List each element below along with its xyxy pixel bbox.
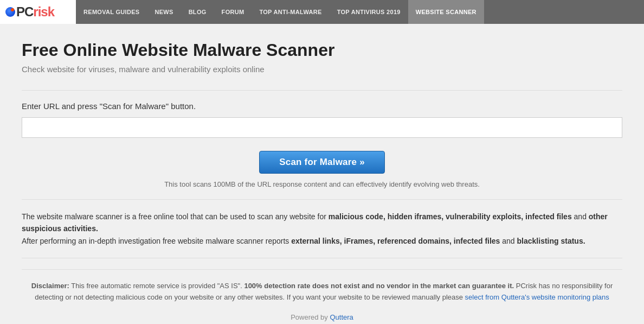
- nav-item-news[interactable]: NEWS: [147, 0, 181, 24]
- main-content: Free Online Website Malware Scanner Chec…: [0, 24, 644, 324]
- logo-text: PCrisk: [16, 4, 54, 20]
- nav-item-top-anti-malware[interactable]: TOP ANTI-MALWARE: [252, 0, 329, 24]
- nav-item-removal-guides[interactable]: REMOVAL GUIDES: [76, 0, 147, 24]
- tool-info-text: This tool scans 100MB of the URL respons…: [22, 180, 622, 188]
- logo-icon: [5, 7, 15, 17]
- nav-item-top-antivirus[interactable]: TOP ANTIVIRUS 2019: [330, 0, 408, 24]
- scan-for-malware-button[interactable]: Scan for Malware »: [259, 151, 385, 174]
- instruction-text: Enter URL and press "Scan for Malware" b…: [22, 101, 622, 111]
- logo[interactable]: PCrisk: [0, 0, 76, 24]
- powered-by: Powered by Quttera: [22, 313, 622, 321]
- divider-mid: [22, 199, 622, 200]
- quttera-link[interactable]: Quttera: [330, 313, 353, 321]
- nav-item-forum[interactable]: FORUM: [214, 0, 252, 24]
- navigation: PCrisk REMOVAL GUIDES NEWS BLOG FORUM TO…: [0, 0, 644, 24]
- nav-item-website-scanner[interactable]: WEBSITE SCANNER: [408, 0, 484, 24]
- url-input[interactable]: [22, 117, 622, 138]
- divider-bottom: [22, 258, 622, 258]
- nav-items: REMOVAL GUIDES NEWS BLOG FORUM TOP ANTI-…: [76, 0, 484, 24]
- page-title: Free Online Website Malware Scanner: [22, 40, 622, 60]
- divider-top: [22, 90, 622, 91]
- disclaimer-text: Disclaimer: This free automatic remote s…: [22, 281, 622, 303]
- disclaimer-block: Disclaimer: This free automatic remote s…: [22, 269, 622, 303]
- scan-button-wrapper: Scan for Malware »: [22, 151, 622, 174]
- nav-item-blog[interactable]: BLOG: [181, 0, 214, 24]
- description-text: The website malware scanner is a free on…: [22, 211, 622, 247]
- page-subtitle: Check website for viruses, malware and v…: [22, 65, 622, 74]
- quttera-monitoring-link[interactable]: select from Quttera's website monitoring…: [465, 293, 609, 301]
